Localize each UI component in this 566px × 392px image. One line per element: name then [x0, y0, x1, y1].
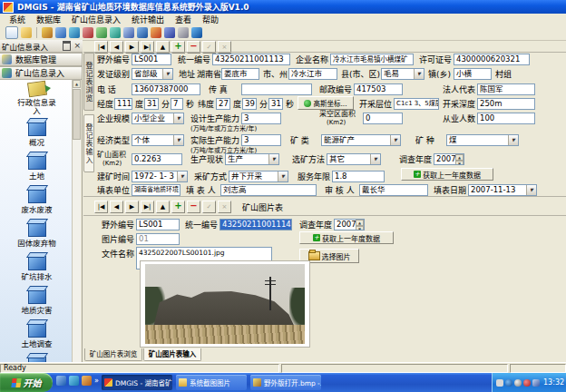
- tool-print-icon[interactable]: [178, 27, 189, 38]
- pic-field-no-input[interactable]: LS001: [136, 219, 180, 230]
- pic-get-prev-year-button[interactable]: +获取上一年度数据: [299, 231, 394, 244]
- sidebar-scrollbar[interactable]: ▲ ▼: [72, 80, 81, 376]
- legal-rep-input[interactable]: 陈国军: [477, 83, 535, 95]
- dropdown-arrow-icon[interactable]: ▼: [414, 69, 424, 79]
- city-input[interactable]: 娄底市: [221, 68, 259, 80]
- taskbar-task-dmgis[interactable]: DMGIS - 湖南省矿...: [102, 375, 172, 390]
- county-select[interactable]: 毛易▼: [381, 68, 424, 80]
- company-input[interactable]: 冷水江市毛易镇小横煤矿: [330, 54, 414, 65]
- tool-camera-icon[interactable]: [83, 27, 93, 38]
- move-last-button[interactable]: ▶|: [141, 201, 154, 213]
- get-prev-year-button[interactable]: +获取上一年度数据: [401, 168, 493, 181]
- sidebar-item-geo-hazard[interactable]: 地质灾害: [0, 288, 73, 321]
- dressing-select[interactable]: 其它▼: [327, 153, 381, 165]
- post-record-button[interactable]: ✓: [202, 201, 216, 213]
- mine-kind-select[interactable]: 煤▼: [446, 134, 519, 146]
- tray-icon-network[interactable]: [505, 379, 512, 387]
- unified-no-input[interactable]: 43250211001113: [212, 54, 290, 65]
- lon-deg-input[interactable]: 111: [114, 98, 132, 110]
- auditor-input[interactable]: 戴长华: [359, 184, 428, 196]
- dropdown-arrow-icon[interactable]: ▼: [173, 113, 183, 123]
- spinner-buttons[interactable]: ▲▼: [356, 220, 364, 230]
- dropdown-arrow-icon[interactable]: ▼: [508, 135, 518, 145]
- dropdown-arrow-icon[interactable]: ▼: [526, 185, 536, 195]
- phone-input[interactable]: 13607387000: [132, 83, 200, 95]
- tool-run-icon[interactable]: [191, 27, 202, 38]
- scroll-up-icon[interactable]: ▲: [73, 80, 81, 88]
- tool-map-icon[interactable]: [96, 27, 107, 38]
- pin-icon[interactable]: [63, 41, 71, 51]
- title-bar[interactable]: DMGIS - 湖南省矿山地质环境数据库信息系统野外录入版V1.0: [0, 0, 566, 14]
- fill-date-select[interactable]: 2007-11-13▼: [468, 184, 537, 196]
- move-first-button[interactable]: |◀: [94, 201, 108, 213]
- actual-capacity-input[interactable]: 3: [241, 134, 281, 146]
- tab-register-input[interactable]: 登记表输入: [83, 114, 94, 172]
- mining-horizon-input[interactable]: C1c1 3、5煤层: [394, 98, 439, 110]
- taskbar-task-paint[interactable]: 野外版打开.bmp -...: [250, 375, 321, 390]
- tool-chart-icon[interactable]: [164, 27, 175, 38]
- menu-stat-output[interactable]: 统计输出: [132, 14, 164, 25]
- taskbar-task-folder[interactable]: 系统截图图片: [176, 375, 247, 390]
- sidebar-item-solid-waste[interactable]: 固体废弃物: [0, 220, 73, 254]
- tool-db-icon[interactable]: [55, 27, 66, 38]
- lon-sec-input[interactable]: 7: [171, 98, 183, 110]
- tab-picture-input[interactable]: 矿山图片表输入: [143, 348, 201, 361]
- quick-launch-icon[interactable]: [69, 376, 79, 386]
- tool-globe-icon[interactable]: [110, 27, 121, 38]
- sidebar-item-land-survey[interactable]: 土地调查: [0, 321, 73, 355]
- spinner-buttons[interactable]: ▲▼: [455, 154, 464, 164]
- design-capacity-input[interactable]: 3: [241, 113, 281, 124]
- fill-unit-input[interactable]: 湖南省地质环境: [132, 184, 181, 196]
- scrollbar-thumb[interactable]: [73, 89, 81, 140]
- dropdown-arrow-icon[interactable]: ▼: [162, 69, 172, 79]
- lat-min-input[interactable]: 39: [242, 98, 257, 110]
- status-select[interactable]: 生产▼: [225, 153, 279, 165]
- pic-no-input[interactable]: 01: [136, 233, 180, 245]
- dropdown-arrow-icon[interactable]: ▼: [278, 172, 288, 181]
- dropdown-arrow-icon[interactable]: ▼: [390, 135, 400, 145]
- pic-survey-year-spinner[interactable]: 2007▲▼: [334, 219, 365, 230]
- move-prev-button[interactable]: ◀: [110, 201, 123, 213]
- lon-min-input[interactable]: 31: [144, 98, 159, 110]
- employees-input[interactable]: 100: [477, 113, 535, 124]
- license-input[interactable]: 4300000620321: [454, 54, 530, 65]
- dropdown-arrow-icon[interactable]: ▼: [370, 154, 380, 164]
- dropdown-arrow-icon[interactable]: ▼: [173, 135, 183, 145]
- quick-launch-overflow-icon[interactable]: »: [94, 377, 99, 385]
- move-up-button[interactable]: ▲: [156, 201, 170, 213]
- dropdown-arrow-icon[interactable]: ▼: [268, 154, 278, 164]
- menu-view[interactable]: 查看: [175, 14, 191, 25]
- dropdown-arrow-icon[interactable]: ▼: [177, 172, 187, 181]
- quick-launch-icon[interactable]: [82, 376, 92, 386]
- prefecture-input[interactable]: 冷水江市: [288, 68, 337, 80]
- build-time-select[interactable]: 1972- 1- 3▼: [132, 171, 188, 182]
- lat-sec-input[interactable]: 31: [268, 98, 283, 110]
- issue-level-select[interactable]: 省部级▼: [132, 68, 173, 80]
- sidebar-group-mine-entry[interactable]: 矿山信息录入: [0, 66, 83, 80]
- pic-unified-no-input[interactable]: 43250211001114: [220, 219, 292, 230]
- survey-year-spinner[interactable]: 2007▲▼: [434, 153, 464, 165]
- taskbar-clock[interactable]: 13:32: [543, 378, 564, 387]
- postcode-input[interactable]: 417503: [354, 83, 403, 95]
- tool-layers-icon[interactable]: [69, 27, 80, 38]
- mining-method-select[interactable]: 井下开采▼: [229, 171, 288, 182]
- tool-flag-icon[interactable]: [151, 27, 161, 38]
- sidebar-item-land[interactable]: 土地: [0, 153, 73, 187]
- tray-icon-antivirus[interactable]: [523, 379, 531, 387]
- tool-download-icon[interactable]: [137, 27, 148, 38]
- sidebar-item-pit-drainage[interactable]: 矿坑排水: [0, 254, 73, 288]
- menu-system[interactable]: 系统: [9, 14, 25, 25]
- fax-input[interactable]: [241, 83, 312, 95]
- mining-depth-input[interactable]: 250m: [477, 98, 535, 110]
- open-icon[interactable]: [21, 27, 32, 38]
- menu-help[interactable]: 帮助: [202, 14, 219, 25]
- goaf-area-input[interactable]: 0: [363, 113, 403, 124]
- scale-select[interactable]: 小型企业▼: [132, 113, 184, 124]
- sidebar-item-wastewater[interactable]: 废水废液: [0, 187, 73, 220]
- service-life-input[interactable]: 1.8: [332, 171, 385, 182]
- cancel-record-button[interactable]: ×: [218, 201, 231, 213]
- sidebar-item-overview[interactable]: 概况: [0, 120, 73, 153]
- quick-launch-icon[interactable]: [56, 376, 66, 386]
- tool-edit-icon[interactable]: [42, 27, 53, 38]
- sidebar-item-admin-info[interactable]: 行政信息录入: [0, 80, 73, 120]
